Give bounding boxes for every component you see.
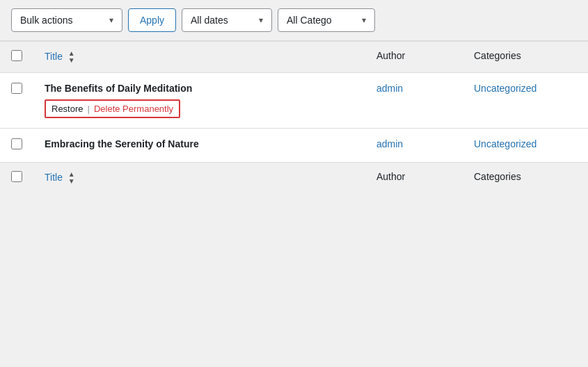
footer-author-label: Author [376,171,405,182]
table-row: The Benefits of Daily Meditation Restore… [0,73,588,129]
footer-select-all-checkbox[interactable] [11,171,22,182]
all-categories-dropdown[interactable]: All Catego ▾ [278,8,375,32]
row1-title-cell: The Benefits of Daily Meditation Restore… [33,73,365,129]
row2-author-link[interactable]: admin [376,138,403,149]
row1-category-cell: Uncategorized [463,73,588,129]
row1-checkbox[interactable] [11,83,22,94]
all-categories-label: All Catego [287,15,332,26]
row1-post-title: The Benefits of Daily Meditation [45,83,354,94]
table-header-row: Title ▲ ▼ Author Categories [0,42,588,73]
bulk-actions-label: Bulk actions [20,15,72,26]
header-categories-cell: Categories [463,42,588,73]
row2-checkbox[interactable] [11,138,22,149]
row1-separator: | [88,104,90,114]
footer-checkbox-cell [0,163,33,194]
header-author-cell: Author [365,42,463,73]
bulk-actions-chevron-icon: ▾ [109,15,113,25]
header-checkbox-cell [0,42,33,73]
row2-category-cell: Uncategorized [463,129,588,163]
toolbar: Bulk actions ▾ Apply All dates ▾ All Cat… [0,0,588,41]
footer-categories-cell: Categories [463,163,588,194]
title-sort-icon: ▲ ▼ [68,50,75,64]
select-all-checkbox[interactable] [11,50,22,61]
row1-actions: Restore | Delete Permanently [45,99,180,118]
row2-checkbox-cell [0,129,33,163]
footer-author-cell: Author [365,163,463,194]
posts-table: Title ▲ ▼ Author Categories [0,41,588,193]
row2-author-cell: admin [365,129,463,163]
all-dates-label: All dates [191,15,228,26]
categories-column-header: Categories [474,50,521,61]
all-dates-dropdown[interactable]: All dates ▾ [182,8,272,32]
table-row: Embracing the Serenity of Nature admin U… [0,129,588,163]
footer-title-cell: Title ▲ ▼ [33,163,365,194]
footer-title-label[interactable]: Title ▲ ▼ [45,172,75,183]
all-categories-chevron-icon: ▾ [362,15,366,25]
footer-categories-label: Categories [474,171,521,182]
footer-title-sort-icon: ▲ ▼ [68,171,75,185]
row2-category-link[interactable]: Uncategorized [474,138,537,149]
row2-title-cell: Embracing the Serenity of Nature [33,129,365,163]
header-title-cell: Title ▲ ▼ [33,42,365,73]
row1-checkbox-cell [0,73,33,129]
row1-restore-link[interactable]: Restore [51,104,84,114]
posts-table-wrap: Title ▲ ▼ Author Categories [0,41,588,193]
row1-delete-link[interactable]: Delete Permanently [94,104,173,114]
row2-post-title: Embracing the Serenity of Nature [45,138,354,149]
title-column-header[interactable]: Title ▲ ▼ [45,51,75,62]
row1-author-cell: admin [365,73,463,129]
bulk-actions-dropdown[interactable]: Bulk actions ▾ [11,8,122,32]
author-column-header: Author [376,50,405,61]
row1-author-link[interactable]: admin [376,83,403,94]
apply-button[interactable]: Apply [128,8,176,32]
row1-category-link[interactable]: Uncategorized [474,83,537,94]
table-footer-row: Title ▲ ▼ Author Categories [0,163,588,194]
all-dates-chevron-icon: ▾ [259,15,263,25]
